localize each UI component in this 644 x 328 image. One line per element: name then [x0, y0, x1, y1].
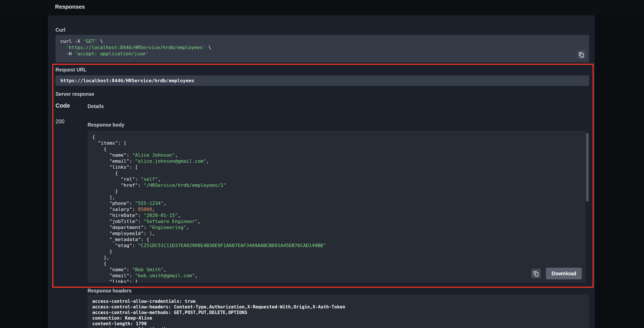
response-headers-block: access-control-allow-credentials: true a… [88, 295, 589, 328]
details-column-header: Details [88, 104, 104, 109]
curl-command-text: curl -X 'GET' \ 'https://localhost:8446/… [60, 38, 584, 57]
response-body-actions: Download [531, 268, 582, 279]
response-headers-label: Response headers [88, 288, 132, 294]
clipboard-icon [579, 52, 584, 58]
clipboard-icon [534, 271, 538, 276]
request-url-value: https://localhost:8446/HRService/hrdb/em… [56, 75, 589, 86]
responses-panel: Curl curl -X 'GET' \ 'https://localhost:… [48, 15, 595, 328]
response-body-block: { "items": [ { "name": "Alice Johnson", … [88, 131, 589, 283]
status-code-200: 200 [56, 118, 64, 125]
request-url-label: Request URL [56, 67, 86, 73]
curl-command-block: curl -X 'GET' \ 'https://localhost:8446/… [56, 35, 589, 62]
copy-curl-button[interactable] [577, 50, 586, 59]
table-header-divider [56, 112, 589, 112]
download-button[interactable]: Download [546, 268, 582, 279]
response-body-json: { "items": [ { "name": "Alice Johnson", … [92, 134, 589, 283]
scrollbar-track[interactable] [586, 131, 589, 283]
curl-label: Curl [56, 27, 66, 33]
responses-header-bar: Responses [0, 0, 644, 15]
copy-response-button[interactable] [531, 269, 541, 278]
responses-title: Responses [55, 4, 85, 10]
response-body-label: Response body [88, 122, 124, 128]
server-response-label: Server response [56, 91, 94, 97]
scrollbar-thumb[interactable] [586, 133, 589, 202]
code-column-header: Code [56, 102, 70, 109]
